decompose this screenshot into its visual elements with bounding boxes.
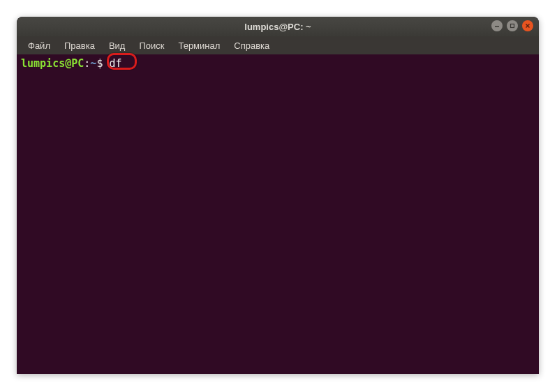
prompt-path: ~ xyxy=(90,57,96,70)
prompt-dollar: $ xyxy=(96,57,109,70)
titlebar: lumpics@PC: ~ xyxy=(17,17,539,36)
prompt-line: lumpics@PC:~$ df xyxy=(21,57,535,70)
close-icon xyxy=(525,23,530,29)
menu-search[interactable]: Поиск xyxy=(132,38,171,54)
menubar: Файл Правка Вид Поиск Терминал Справка xyxy=(17,36,539,54)
svg-rect-1 xyxy=(511,24,514,28)
minimize-button[interactable] xyxy=(491,20,503,31)
prompt-user-host: lumpics@PC xyxy=(21,57,84,70)
prompt-colon: : xyxy=(84,57,90,70)
window-controls xyxy=(491,20,533,31)
menu-edit[interactable]: Правка xyxy=(57,38,102,54)
window-title: lumpics@PC: ~ xyxy=(244,22,311,32)
menu-file[interactable]: Файл xyxy=(21,38,57,54)
prompt-command: df xyxy=(109,57,121,70)
menu-terminal[interactable]: Терминал xyxy=(171,38,227,54)
maximize-button[interactable] xyxy=(507,20,518,31)
terminal-body[interactable]: lumpics@PC:~$ df xyxy=(17,54,539,374)
terminal-window: lumpics@PC: ~ Файл Правка Вид xyxy=(17,17,539,374)
menu-help[interactable]: Справка xyxy=(227,38,276,54)
minimize-icon xyxy=(494,23,500,29)
maximize-icon xyxy=(510,23,515,29)
close-button[interactable] xyxy=(522,20,533,31)
menu-view[interactable]: Вид xyxy=(102,38,133,54)
